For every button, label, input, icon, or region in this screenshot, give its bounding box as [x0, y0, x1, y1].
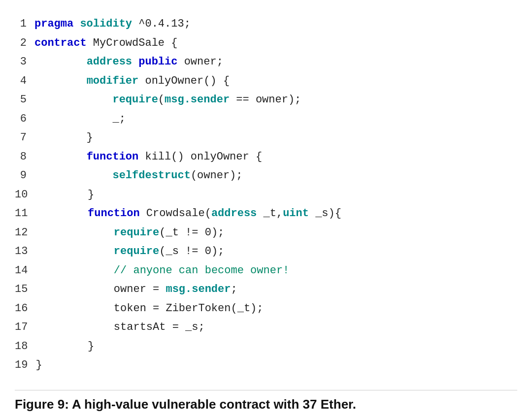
code-line: 12 require(_t != 0);: [15, 224, 517, 243]
line-number: 4: [15, 72, 34, 91]
code-line: 1pragma solidity ^0.4.13;: [15, 15, 517, 34]
line-content: selfdestruct(owner);: [34, 166, 243, 186]
line-content: // anyone can become owner!: [35, 261, 289, 281]
line-content: }: [35, 356, 42, 375]
code-line: 8 function kill() onlyOwner {: [15, 148, 517, 167]
line-content: _;: [34, 110, 126, 129]
line-content: require(_s != 0);: [35, 242, 224, 261]
line-number: 10: [15, 186, 35, 205]
line-content: require(_t != 0);: [35, 224, 224, 243]
code-line: 7 }: [15, 129, 517, 148]
code-line: 5 require(msg.sender == owner);: [15, 91, 517, 110]
line-content: modifier onlyOwner() {: [34, 72, 230, 91]
line-number: 14: [15, 261, 35, 281]
line-number: 13: [15, 242, 35, 261]
line-number: 17: [15, 318, 35, 337]
line-content: }: [34, 129, 93, 148]
code-line: 13 require(_s != 0);: [15, 242, 517, 261]
code-line: 3 address public owner;: [15, 53, 517, 72]
code-line: 2contract MyCrowdSale {: [15, 34, 517, 53]
line-number: 3: [15, 53, 34, 72]
line-number: 16: [15, 299, 35, 319]
code-line: 14 // anyone can become owner!: [15, 261, 517, 281]
code-line: 9 selfdestruct(owner);: [15, 166, 517, 186]
line-number: 2: [15, 34, 34, 53]
line-content: }: [35, 337, 94, 356]
line-number: 18: [15, 337, 35, 356]
line-number: 8: [15, 148, 34, 167]
line-content: function Crowdsale(address _t,uint _s){: [35, 204, 341, 224]
line-content: startsAt = _s;: [35, 318, 204, 337]
code-line: 11 function Crowdsale(address _t,uint _s…: [15, 204, 517, 224]
line-number: 11: [15, 204, 35, 224]
line-number: 19: [15, 356, 35, 375]
code-line: 6 _;: [15, 110, 517, 129]
line-content: require(msg.sender == owner);: [34, 91, 301, 110]
line-number: 5: [15, 91, 34, 110]
code-line: 15 owner = msg.sender;: [15, 280, 517, 299]
line-number: 6: [15, 110, 34, 129]
code-line: 18 }: [15, 337, 517, 356]
line-content: }: [35, 186, 94, 205]
code-line: 16 token = ZiberToken(_t);: [15, 299, 517, 319]
line-content: owner = msg.sender;: [35, 280, 237, 299]
line-content: contract MyCrowdSale {: [34, 34, 177, 53]
line-number: 9: [15, 166, 34, 186]
line-content: function kill() onlyOwner {: [34, 148, 262, 167]
line-number: 7: [15, 129, 34, 148]
line-number: 15: [15, 280, 35, 299]
code-block: 1pragma solidity ^0.4.13;2contract MyCro…: [15, 10, 517, 380]
code-line: 10 }: [15, 186, 517, 205]
code-line: 4 modifier onlyOwner() {: [15, 72, 517, 91]
line-number: 12: [15, 224, 35, 243]
line-number: 1: [15, 15, 34, 34]
line-content: token = ZiberToken(_t);: [35, 299, 263, 319]
line-content: address public owner;: [34, 53, 223, 72]
figure-caption: Figure 9: A high-value vulnerable contra…: [15, 390, 517, 413]
line-content: pragma solidity ^0.4.13;: [34, 15, 191, 34]
code-line: 19}: [15, 356, 517, 375]
code-line: 17 startsAt = _s;: [15, 318, 517, 337]
